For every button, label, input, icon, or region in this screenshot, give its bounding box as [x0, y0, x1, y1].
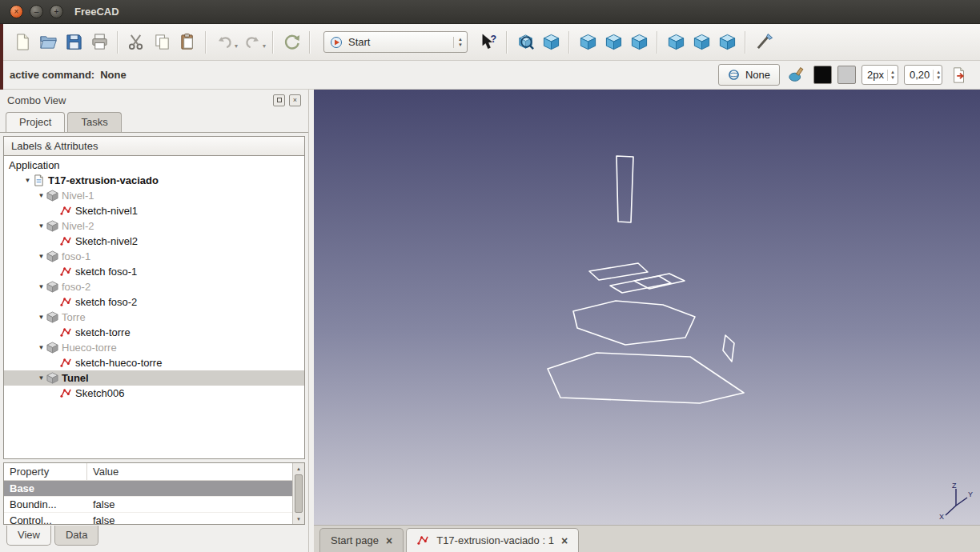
tree-item-foso-2[interactable]: ▼foso-2 [4, 279, 304, 294]
property-rows: BaseBoundin...falseControl...false [4, 481, 292, 525]
property-row[interactable]: Base [4, 481, 292, 497]
expander-icon[interactable]: ▼ [36, 222, 46, 230]
expander-icon[interactable]: ▼ [36, 192, 46, 199]
document-tab-label: T17-extrusion-vaciado : 1 [436, 534, 554, 546]
workbench-selector[interactable]: Start▲▼ [323, 31, 468, 53]
sketch-shape-1[interactable] [617, 156, 633, 222]
redo-icon [243, 33, 262, 51]
scrollbar-thumb[interactable] [295, 474, 303, 513]
print-button[interactable] [86, 30, 112, 55]
redo-dropdown-arrow[interactable]: ▾ [263, 42, 266, 50]
window-minimize-button[interactable]: – [30, 5, 43, 18]
sketch-shape-6[interactable] [548, 353, 744, 403]
tree-item-torre[interactable]: ▼Torre [4, 310, 304, 325]
panel-float-button[interactable] [273, 94, 285, 106]
draw-style-button[interactable]: None [718, 64, 780, 86]
rear-view-icon [667, 33, 685, 51]
property-table-header: Property Value [4, 463, 292, 481]
tree-item-label: foso-2 [62, 281, 90, 293]
tab-project[interactable]: Project [6, 112, 65, 132]
expander-icon[interactable]: ▼ [36, 283, 46, 290]
scroll-up-icon[interactable]: ▲ [293, 463, 304, 474]
tree-item-sketch-foso-2[interactable]: ▼sketch foso-2 [4, 294, 304, 310]
sketch-shape-7[interactable] [723, 335, 734, 362]
property-row[interactable]: Control...false [4, 513, 292, 525]
fit-all-button[interactable] [512, 30, 538, 55]
document-tab-1[interactable]: Start page× [319, 528, 404, 552]
whats-this-button[interactable]: ? [476, 30, 501, 55]
open-icon [39, 33, 58, 51]
axonometric-view-button[interactable] [538, 30, 564, 55]
point-size-spinbox[interactable]: 0,20 ▲▼ [904, 65, 942, 85]
paste-button[interactable] [175, 30, 200, 55]
toolbar-separator [309, 31, 311, 54]
tree-item-t17-extrusion-vaciado[interactable]: ▼T17-extrusion-vaciado [4, 173, 304, 188]
redo-button[interactable] [239, 30, 265, 55]
open-button[interactable] [35, 30, 61, 55]
tree-item-tunel[interactable]: ▼Tunel [4, 370, 304, 386]
sketch-shape-4[interactable] [634, 274, 685, 289]
bottom-view-button[interactable] [689, 30, 714, 55]
cut-button[interactable] [123, 30, 149, 55]
print-icon [90, 33, 109, 51]
property-scrollbar[interactable]: ▲ ▼ [292, 463, 304, 524]
tab-data[interactable]: Data [54, 526, 98, 546]
window-maximize-button[interactable]: + [50, 5, 63, 18]
expander-icon[interactable]: ▼ [36, 374, 46, 382]
document-tab-2[interactable]: T17-extrusion-vaciado : 1× [406, 528, 579, 552]
tree-item-sketch-foso-1[interactable]: ▼sketch foso-1 [4, 264, 304, 279]
tab-close-icon[interactable]: × [386, 535, 392, 546]
tree-item-foso-1[interactable]: ▼foso-1 [4, 249, 304, 264]
appearance-button[interactable] [785, 64, 808, 86]
copy-icon [153, 33, 171, 51]
workbench-spin-buttons[interactable]: ▲▼ [453, 37, 463, 48]
sketch-shape-5[interactable] [573, 301, 695, 345]
undo-dropdown-arrow[interactable]: ▾ [235, 42, 238, 50]
spin-buttons[interactable]: ▲▼ [887, 70, 895, 81]
spin-buttons[interactable]: ▲▼ [933, 70, 941, 81]
3d-viewport[interactable]: Z Y X [314, 90, 980, 525]
tree-item-hueco-torre[interactable]: ▼Hueco-torre [4, 340, 304, 355]
panel-header: Combo View × [0, 90, 308, 110]
new-document-button[interactable] [10, 30, 35, 55]
tree-item-nivel-1[interactable]: ▼Nivel-1 [4, 188, 304, 203]
save-button[interactable] [61, 30, 86, 55]
expander-icon[interactable]: ▼ [36, 253, 46, 260]
expander-icon[interactable]: ▼ [36, 344, 46, 351]
tree-item-sketch006[interactable]: ▼Sketch006 [4, 386, 304, 401]
export-button[interactable] [948, 64, 970, 86]
front-view-button[interactable] [575, 30, 600, 55]
right-view-button[interactable] [626, 30, 652, 55]
scroll-down-icon[interactable]: ▼ [293, 514, 304, 524]
panel-close-button[interactable]: × [289, 94, 301, 106]
tree-item-application[interactable]: Application [4, 158, 304, 173]
tree-item-sketch-nivel2[interactable]: ▼Sketch-nivel2 [4, 234, 304, 249]
copy-button[interactable] [149, 30, 175, 55]
window-close-button[interactable]: × [10, 5, 23, 18]
front-view-icon [579, 33, 597, 51]
combo-view-panel: Combo View × Project Tasks Labels & Attr… [0, 90, 309, 552]
line-color-swatch[interactable] [813, 66, 832, 84]
tree-item-label: Tunel [62, 372, 89, 384]
tree-item-sketch-nivel1[interactable]: ▼Sketch-nivel1 [4, 203, 304, 218]
tab-view[interactable]: View [6, 526, 51, 546]
sketch-shape-2[interactable] [589, 263, 648, 280]
refresh-button[interactable] [279, 30, 304, 55]
face-color-swatch[interactable] [837, 66, 856, 84]
expander-icon[interactable]: ▼ [22, 177, 33, 184]
property-row[interactable]: Boundin...false [4, 497, 292, 513]
tab-tasks[interactable]: Tasks [67, 112, 121, 132]
undo-button[interactable] [211, 30, 237, 55]
tree-item-nivel-2[interactable]: ▼Nivel-2 [4, 218, 304, 234]
left-view-button[interactable] [714, 30, 740, 55]
top-view-button[interactable] [600, 30, 626, 55]
tree-item-sketch-hueco-torre[interactable]: ▼sketch-hueco-torre [4, 355, 304, 370]
tab-close-icon[interactable]: × [561, 535, 568, 546]
measure-distance-button[interactable] [751, 30, 777, 55]
line-width-spinbox[interactable]: 2px ▲▼ [862, 65, 898, 85]
save-icon [65, 33, 83, 51]
rear-view-button[interactable] [663, 30, 689, 55]
toolbar-separator [506, 31, 508, 54]
expander-icon[interactable]: ▼ [36, 314, 46, 321]
tree-item-sketch-torre[interactable]: ▼sketch-torre [4, 325, 304, 340]
